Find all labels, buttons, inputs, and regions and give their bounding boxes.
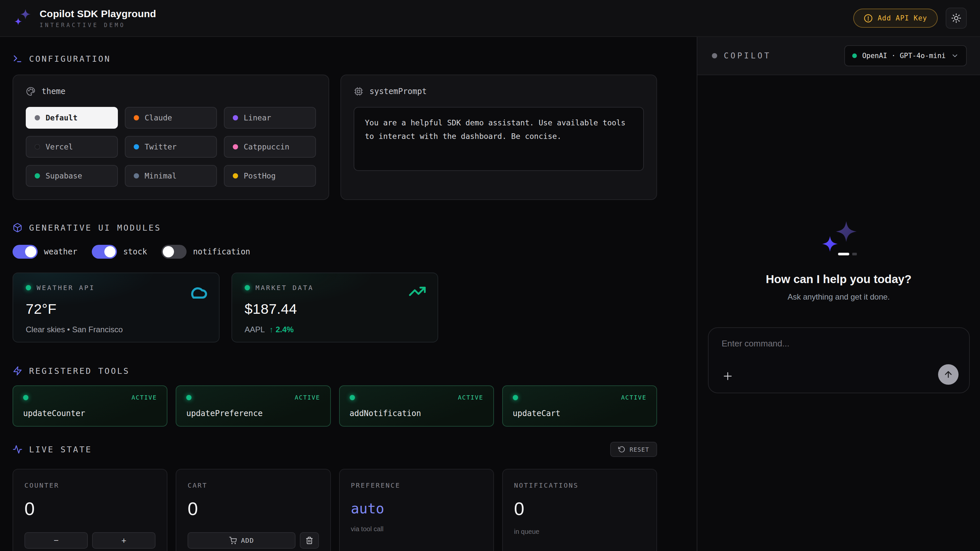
theme-color-dot — [35, 144, 40, 149]
palette-icon — [26, 86, 36, 96]
theme-option-claude[interactable]: Claude — [125, 107, 217, 129]
status-dot — [350, 395, 355, 400]
tools-heading-label: REGISTERED TOOLS — [29, 366, 130, 376]
tool-name: addNotification — [350, 409, 484, 418]
add-api-key-button[interactable]: Add API Key — [853, 9, 938, 28]
tool-status-badge: ACTIVE — [458, 394, 484, 401]
market-change: ↑ 2.4% — [269, 325, 294, 334]
add-api-key-label: Add API Key — [878, 14, 927, 22]
modules-heading-label: GENERATIVE UI MODULES — [29, 223, 161, 233]
theme-option-minimal[interactable]: Minimal — [125, 165, 217, 187]
notification-switch[interactable] — [161, 245, 186, 259]
theme-option-linear[interactable]: Linear — [224, 107, 316, 129]
top-bar: Copilot SDK Playground INTERACTIVE DEMO … — [0, 0, 980, 37]
counter-value: 0 — [24, 498, 156, 519]
live-state-heading-label: LIVE STATE — [29, 445, 92, 454]
theme-card: theme Default Claude Linear Vercel Twitt… — [13, 75, 329, 200]
tool-card-updateCounter: ACTIVE updateCounter — [13, 385, 167, 427]
welcome-title: How can I help you today? — [766, 273, 911, 286]
cart-value: 0 — [188, 498, 319, 519]
status-dot — [26, 285, 31, 291]
system-prompt-textarea[interactable]: You are a helpful SDK demo assistant. Us… — [354, 107, 644, 171]
welcome-subtitle: Ask anything and get it done. — [788, 292, 890, 302]
counter-increment-button[interactable]: + — [92, 532, 156, 549]
weather-toggle-label: weather — [44, 247, 77, 256]
tool-card-updatePreference: ACTIVE updatePreference — [176, 385, 331, 427]
stock-switch[interactable] — [92, 245, 117, 259]
copilot-status-dot — [712, 53, 717, 59]
theme-color-dot — [134, 115, 139, 121]
theme-option-twitter[interactable]: Twitter — [125, 136, 217, 158]
status-dot — [186, 395, 191, 400]
command-input-container — [708, 327, 970, 393]
command-input[interactable] — [709, 328, 969, 368]
model-status-dot — [852, 54, 857, 58]
cart-card: CART 0 ADD — [176, 469, 331, 551]
weather-temperature: 72°F — [26, 301, 206, 317]
tool-status-badge: ACTIVE — [294, 394, 320, 401]
alert-circle-icon — [864, 14, 873, 23]
theme-option-posthog[interactable]: PostHog — [224, 165, 316, 187]
theme-option-vercel[interactable]: Vercel — [26, 136, 118, 158]
brand-text: Copilot SDK Playground INTERACTIVE DEMO — [40, 8, 156, 29]
sparkles-logo-icon — [13, 9, 32, 28]
tool-status-badge: ACTIVE — [621, 394, 646, 401]
theme-card-label: theme — [41, 87, 65, 96]
preference-card: PREFERENCE auto via tool call — [339, 469, 494, 551]
toggle-weather[interactable]: weather — [13, 245, 77, 259]
preference-label: PREFERENCE — [351, 481, 482, 489]
model-name: OpenAI · GPT-4o-mini — [862, 52, 946, 60]
trash-icon — [305, 537, 313, 545]
weather-card-label: WEATHER API — [37, 284, 95, 292]
plus-icon — [722, 371, 733, 381]
reset-button[interactable]: RESET — [610, 442, 657, 457]
preference-note: via tool call — [351, 525, 482, 533]
copilot-sidebar: COPILOT OpenAI · GPT-4o-mini — [697, 37, 980, 551]
app-brand: Copilot SDK Playground INTERACTIVE DEMO — [13, 8, 156, 29]
copilot-sparkles-logo — [818, 219, 859, 257]
tool-card-addNotification: ACTIVE addNotification — [339, 385, 494, 427]
theme-toggle-button[interactable] — [946, 8, 967, 29]
live-state-grid: COUNTER 0 − + CART 0 ADD — [13, 469, 657, 551]
trending-up-icon — [409, 283, 426, 300]
notifications-label: NOTIFICATIONS — [514, 481, 645, 489]
counter-decrement-button[interactable]: − — [24, 532, 88, 549]
copilot-body: How can I help you today? Ask anything a… — [697, 75, 980, 551]
tools-heading: REGISTERED TOOLS — [13, 365, 657, 377]
status-dot — [513, 395, 518, 400]
theme-option-catppuccin[interactable]: Catppuccin — [224, 136, 316, 158]
theme-color-dot — [233, 115, 238, 121]
cart-clear-button[interactable] — [300, 532, 319, 549]
notification-toggle-label: notification — [193, 247, 250, 256]
toggle-notification[interactable]: notification — [161, 245, 250, 259]
cloud-icon — [189, 283, 208, 302]
copilot-heading: COPILOT — [724, 51, 771, 60]
theme-option-default[interactable]: Default — [26, 107, 118, 129]
copilot-welcome: How can I help you today? Ask anything a… — [708, 219, 970, 393]
reset-label: RESET — [630, 446, 649, 453]
cart-add-button[interactable]: ADD — [188, 532, 295, 549]
theme-options-grid: Default Claude Linear Vercel Twitter Cat… — [26, 107, 316, 187]
configuration-heading-label: CONFIGURATION — [29, 54, 111, 64]
theme-option-supabase[interactable]: Supabase — [26, 165, 118, 187]
activity-pulse-icon — [13, 445, 22, 454]
model-selector[interactable]: OpenAI · GPT-4o-mini — [844, 45, 967, 66]
theme-color-dot — [35, 115, 40, 121]
toggle-stock[interactable]: stock — [92, 245, 147, 259]
playground-main: CONFIGURATION theme Default Claude Linea… — [0, 37, 697, 551]
counter-label: COUNTER — [24, 481, 156, 489]
send-button[interactable] — [938, 364, 959, 385]
weather-api-card: WEATHER API 72°F Clear skies • San Franc… — [13, 273, 220, 343]
theme-color-dot — [35, 173, 40, 178]
tool-card-updateCart: ACTIVE updateCart — [502, 385, 657, 427]
weather-switch[interactable] — [13, 245, 38, 259]
notifications-value: 0 — [514, 498, 645, 519]
market-symbol: AAPL — [245, 325, 265, 334]
market-price: $187.44 — [245, 301, 425, 317]
system-prompt-card: systemPrompt You are a helpful SDK demo … — [340, 75, 657, 200]
cart-label: CART — [188, 481, 319, 489]
attach-button[interactable] — [721, 369, 735, 383]
notifications-card: NOTIFICATIONS 0 in queue — [502, 469, 657, 551]
cpu-chip-icon — [354, 86, 364, 96]
modules-heading: GENERATIVE UI MODULES — [13, 222, 657, 233]
